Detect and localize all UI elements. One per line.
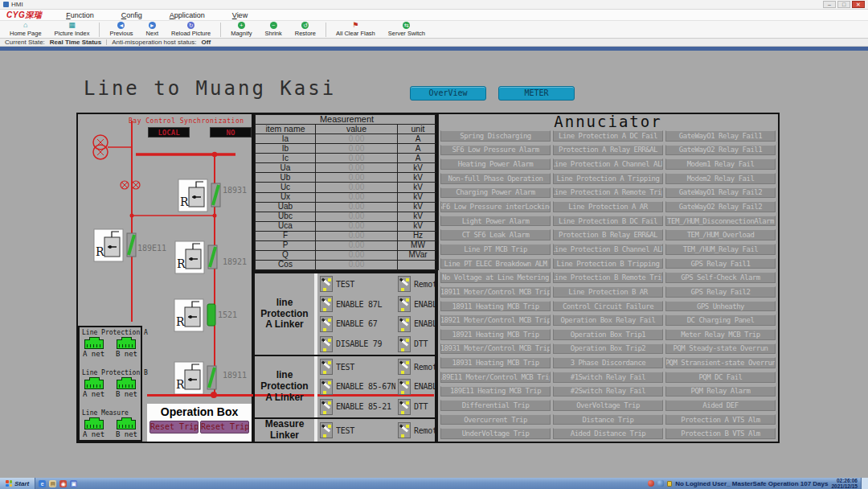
annunciator-tile[interactable]: Protection A Relay ERR&AL [553, 145, 663, 156]
annunciator-tile[interactable]: Line PT MCB Trip [440, 244, 551, 255]
start-button[interactable]: Start [0, 478, 35, 489]
annunciator-tile[interactable]: #1Switch Relay Fail [553, 372, 663, 383]
annunciator-tile[interactable]: 18911 Moter/Control MCB Trip [440, 286, 551, 298]
linker-switch-icon[interactable] [320, 276, 333, 292]
menu-config[interactable]: Config [121, 11, 142, 19]
annunciator-tile[interactable]: 189E11 Heating MCB Trip [440, 386, 551, 397]
annunciator-tile[interactable]: Line Protection B Channel ALM [553, 244, 663, 255]
annunciator-tile[interactable]: TEM_/HUM_DisconnectionAlarm [665, 216, 776, 227]
annunciator-tile[interactable]: Line Protection A AR [553, 201, 663, 212]
annunciator-tile[interactable]: Light Power Alarm [440, 216, 551, 227]
annunciator-tile[interactable]: Non-full Phase Operation [440, 173, 551, 184]
linker-switch-icon[interactable] [320, 399, 333, 415]
toolbar-previous[interactable]: ◄Previous [103, 21, 139, 38]
annunciator-tile[interactable]: GPS Relay Fail2 [665, 286, 776, 298]
annunciator-tile[interactable]: 18921 Moter/Control MCB Trip [440, 314, 551, 326]
overview-button[interactable]: OverView [410, 86, 486, 101]
annunciator-tile[interactable]: Line Protection A Remote Trip [553, 187, 663, 199]
annunciator-tile[interactable]: Meter Relay MCB Trip [665, 329, 776, 340]
annunciator-tile[interactable]: 3 Phase Discordance [553, 357, 663, 368]
annunciator-tile[interactable]: Line Protection B Tripping [553, 258, 663, 269]
tray-alarm-icon[interactable] [648, 480, 654, 487]
toolbar-magnify[interactable]: +Magnify [224, 21, 258, 38]
annunciator-tile[interactable]: GPS Relay Fail1 [665, 258, 776, 269]
annunciator-tile[interactable]: Protection B Relay ERR&AL [553, 229, 663, 240]
linker-switch-icon[interactable] [320, 336, 333, 352]
annunciator-tile[interactable]: #2Switch Relay Fail [553, 386, 663, 397]
reset-trip2-button[interactable]: Reset Trip2 [200, 421, 249, 434]
menu-function[interactable]: Function [66, 11, 94, 19]
linker-switch-icon[interactable] [398, 379, 411, 395]
media-icon[interactable]: ▣ [70, 480, 77, 487]
annunciator-tile[interactable]: Line PT ELEC Breakdown ALM [440, 258, 551, 269]
meter-button[interactable]: METER [498, 86, 575, 101]
annunciator-tile[interactable]: SF6 Low Pressure Alarm [440, 145, 551, 156]
minimize-button[interactable]: – [823, 1, 836, 8]
annunciator-tile[interactable]: DC Charging Panel [665, 314, 776, 326]
annunciator-tile[interactable]: GPS Self-Check Alarm [665, 272, 776, 283]
annunciator-tile[interactable]: Differential Trip [440, 400, 551, 411]
linker-switch-icon[interactable] [320, 422, 333, 438]
toolbar-all-clear-flash[interactable]: ⚑All Clear Flash [330, 21, 382, 38]
annunciator-tile[interactable]: Protection B VTS Alm [665, 428, 776, 439]
annunciator-tile[interactable]: Spring Discharging [440, 130, 551, 142]
annunciator-tile[interactable]: TEM_/HUM_Overload [665, 229, 776, 240]
annunciator-tile[interactable]: TEM_/HUM_Relay Fail [665, 244, 776, 255]
linker-switch-icon[interactable] [320, 296, 333, 312]
breaker-symbol-189E11[interactable]: R [94, 229, 136, 261]
annunciator-tile[interactable]: Line Protection B AR [553, 286, 663, 298]
annunciator-tile[interactable]: GateWayO2 Relay Fail1 [665, 145, 776, 156]
annunciator-tile[interactable]: Operation Box Trip1 [553, 329, 663, 340]
close-button[interactable]: ✕ [852, 1, 865, 8]
annunciator-tile[interactable]: OverVoltage Trip [553, 400, 663, 411]
annunciator-tile[interactable]: Line Protection A DC Fail [553, 130, 663, 142]
maximize-button[interactable]: □ [837, 1, 850, 8]
linker-switch-icon[interactable] [398, 276, 411, 292]
show-desktop-button[interactable] [861, 478, 868, 489]
annunciator-tile[interactable]: Modem2 Relay Fail [665, 173, 776, 184]
linker-switch-icon[interactable] [398, 296, 411, 312]
annunciator-tile[interactable]: Aided DEF [665, 400, 776, 411]
reset-trip1-button[interactable]: Reset Trip1 [149, 421, 199, 434]
browser-icon[interactable]: e [39, 480, 46, 487]
annunciator-tile[interactable]: 18921 Heating MCB Trip [440, 329, 551, 340]
annunciator-tile[interactable]: GPS Unheathy [665, 301, 776, 312]
annunciator-tile[interactable]: Control Circuit Failure [553, 301, 663, 312]
annunciator-tile[interactable]: Protection A VTS Alm [665, 414, 776, 425]
annunciator-tile[interactable]: Line Protection B DC Fail [553, 216, 663, 227]
annunciator-tile[interactable]: SF6 Low Pressure interLocking [440, 201, 551, 212]
annunciator-tile[interactable]: GateWayO1 Relay Fail2 [665, 187, 776, 199]
toolbar-home-page[interactable]: ⌂Home Page [3, 21, 48, 38]
annunciator-tile[interactable]: Charging Power Alarm [440, 187, 551, 199]
linker-switch-icon[interactable] [320, 316, 333, 332]
linker-switch-icon[interactable] [398, 422, 411, 438]
shield-icon[interactable]: ◉ [59, 480, 67, 487]
annunciator-tile[interactable]: Aided Distance Trip [553, 428, 663, 439]
toolbar-server-switch[interactable]: ⇆Server Switch [382, 21, 432, 38]
annunciator-tile[interactable]: PQM Stransient-state Overrun [665, 357, 776, 368]
breaker-symbol-1521[interactable]: R [174, 299, 215, 331]
linker-switch-icon[interactable] [398, 359, 411, 375]
linker-switch-icon[interactable] [320, 359, 333, 375]
annunciator-tile[interactable]: GateWayO1 Relay Fail1 [665, 130, 776, 142]
breaker-symbol-18911[interactable]: R [174, 362, 216, 394]
annunciator-tile[interactable]: Operation Box Relay Fail [553, 314, 663, 326]
annunciator-tile[interactable]: Line Protection B Remote Trip [553, 272, 663, 283]
toolbar-restore[interactable]: ↺Restore [289, 21, 322, 38]
annunciator-tile[interactable]: PQM Relay Alarm [665, 386, 776, 397]
annunciator-tile[interactable]: 18931 Heating MCB Trip [440, 357, 551, 368]
annunciator-tile[interactable]: Line Protection A Tripping [553, 173, 663, 184]
annunciator-tile[interactable]: PQM DC Fail [665, 372, 776, 383]
linker-switch-icon[interactable] [398, 336, 411, 352]
annunciator-tile[interactable]: CT SF6 Leak Alarm [440, 229, 551, 240]
annunciator-tile[interactable]: Heating Power Alarm [440, 158, 551, 170]
breaker-symbol-18931[interactable]: R [178, 179, 220, 212]
annunciator-tile[interactable]: UnderVoltage Trip [440, 428, 551, 439]
annunciator-tile[interactable]: GateWayO2 Relay Fail2 [665, 201, 776, 212]
annunciator-tile[interactable]: 18931 Moter/Control MCB Trip [440, 343, 551, 355]
toolbar-picture-index[interactable]: ▦Picture Index [48, 21, 96, 38]
annunciator-tile[interactable]: Overcurrent Trip [440, 414, 551, 425]
linker-switch-icon[interactable] [398, 399, 411, 415]
annunciator-tile[interactable]: Operation Box Trip2 [553, 343, 663, 355]
menu-view[interactable]: View [232, 11, 248, 19]
